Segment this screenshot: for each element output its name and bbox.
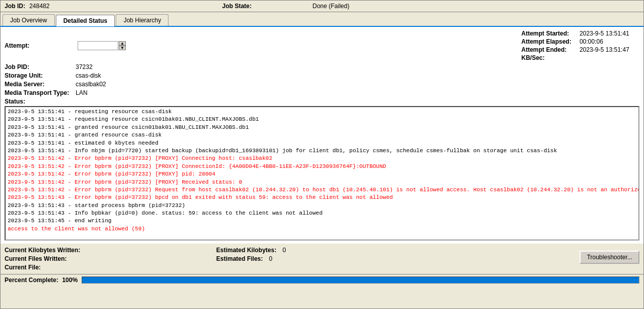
current-file-row: Current File: xyxy=(5,264,216,271)
troubleshoot-button[interactable]: Troubleshooter... xyxy=(580,251,639,264)
media-transport-label: Media Transport Type: xyxy=(5,89,76,96)
spin-down-button[interactable]: ▼ xyxy=(119,46,126,50)
job-id-item: Job ID: 248482 xyxy=(5,3,50,10)
attempt-input[interactable] xyxy=(78,41,118,50)
job-state-item: Job State: xyxy=(222,3,252,10)
est-files-label: Estimated Files: xyxy=(216,255,263,262)
spin-up-button[interactable]: ▲ xyxy=(119,41,126,46)
tab-job-hierarchy[interactable]: Job Hierarchy xyxy=(116,14,168,26)
status-label: Status: xyxy=(5,98,639,105)
storage-label: Storage Unit: xyxy=(5,72,76,79)
bottom-left: Current Kilobytes Written: Current Files… xyxy=(5,247,216,271)
top-bar: Job ID: 248482 Job State: Done (Failed) xyxy=(1,1,643,12)
pid-value: 37232 xyxy=(76,63,92,71)
storage-value: csas-disk xyxy=(76,72,101,79)
log-line: 2023-9-5 13:51:43 - Error bpbrm (pid=372… xyxy=(8,194,636,201)
log-line: 2023-9-5 13:51:45 - end writing xyxy=(8,217,636,225)
progress-bar-outer xyxy=(82,277,639,284)
tabs-bar: Job Overview Detailed Status Job Hierarc… xyxy=(1,12,643,27)
attempt-started-label: Attempt Started: xyxy=(521,30,571,37)
pid-row: Job PID: 37232 xyxy=(5,63,639,71)
attempt-elapsed-value: 00:00:06 xyxy=(580,38,629,45)
est-files-row: Estimated Files: 0 xyxy=(216,255,428,262)
tab-detailed-status[interactable]: Detailed Status xyxy=(56,15,115,26)
tab-content: Attempt: ▲ ▼ Attempt Started: 2023-9-5 1… xyxy=(1,27,643,244)
current-kb-row: Current Kilobytes Written: xyxy=(5,247,216,254)
pid-label: Job PID: xyxy=(5,63,76,71)
attempt-label: Attempt: xyxy=(5,42,76,49)
current-files-row: Current Files Written: xyxy=(5,255,216,262)
tab-job-overview[interactable]: Job Overview xyxy=(3,14,55,26)
log-line: 2023-9-5 13:51:41 - estimated 0 kbytes n… xyxy=(8,140,636,147)
bottom-stats: Current Kilobytes Written: Current Files… xyxy=(1,244,643,274)
job-state-value: Done (Failed) xyxy=(313,3,350,10)
log-line: 2023-9-5 13:51:41 - granted resource csa… xyxy=(8,131,636,139)
attempt-ended-label: Attempt Ended: xyxy=(521,46,571,53)
kbsec-label: KB/Sec: xyxy=(521,54,571,61)
est-kb-row: Estimated Kilobytes: 0 xyxy=(216,247,428,254)
attempt-ended-value: 2023-9-5 13:51:47 xyxy=(580,46,629,53)
attempt-input-wrapper: ▲ ▼ xyxy=(78,41,126,50)
current-file-label: Current File: xyxy=(5,264,41,271)
percent-bar: Percent Complete: 100% xyxy=(1,274,643,286)
log-line: 2023-9-5 13:51:42 - Error bpbrm (pid=372… xyxy=(8,186,636,194)
bottom-center: Estimated Kilobytes: 0 Estimated Files: … xyxy=(216,247,428,262)
kbsec-value xyxy=(580,54,629,61)
media-server-value: csaslbak02 xyxy=(76,81,106,88)
log-line: 2023-9-5 13:51:42 - Error bpbrm (pid=372… xyxy=(8,179,636,186)
media-server-row: Media Server: csaslbak02 xyxy=(5,81,639,88)
storage-row: Storage Unit: csas-disk xyxy=(5,72,639,79)
log-line: 2023-9-5 13:51:41 - requesting resource … xyxy=(8,116,636,123)
log-line: 2023-9-5 13:51:41 - granted resource csi… xyxy=(8,124,636,131)
media-transport-row: Media Transport Type: LAN xyxy=(5,89,639,96)
log-line: access to the client was not allowed (59… xyxy=(8,225,636,233)
log-line: 2023-9-5 13:51:42 - Error bpbrm (pid=372… xyxy=(8,155,636,162)
log-line: 2023-9-5 13:51:41 - requesting resource … xyxy=(8,108,636,116)
main-window: Job ID: 248482 Job State: Done (Failed) … xyxy=(0,0,644,309)
job-id-value: 248482 xyxy=(29,3,50,10)
bottom-right: Troubleshooter... xyxy=(428,247,639,264)
log-line: 2023-9-5 13:51:42 - Error bpbrm (pid=372… xyxy=(8,163,636,170)
media-server-label: Media Server: xyxy=(5,81,76,88)
job-state-label: Job State: xyxy=(222,3,252,10)
log-line: 2023-9-5 13:51:43 - Info bpbkar (pid=0) … xyxy=(8,210,636,217)
current-files-label: Current Files Written: xyxy=(5,255,66,262)
log-line: 2023-9-5 13:51:43 - started process bpbr… xyxy=(8,202,636,210)
attempt-left: Attempt: ▲ ▼ xyxy=(5,41,126,50)
est-files-value: 0 xyxy=(269,255,273,262)
attempt-started-value: 2023-9-5 13:51:41 xyxy=(580,30,629,37)
current-kb-label: Current Kilobytes Written: xyxy=(5,247,80,254)
status-log[interactable]: 2023-9-5 13:51:41 - requesting resource … xyxy=(5,106,639,241)
attempt-right: Attempt Started: 2023-9-5 13:51:41 Attem… xyxy=(521,30,629,61)
percent-label: Percent Complete: 100% xyxy=(5,277,78,284)
attempt-row: Attempt: ▲ ▼ Attempt Started: 2023-9-5 1… xyxy=(5,30,639,61)
progress-bar-inner xyxy=(82,277,639,283)
media-transport-value: LAN xyxy=(76,89,87,96)
log-line: 2023-9-5 13:51:41 - Info nbjm (pid=7720)… xyxy=(8,147,636,155)
job-state-value-item: Done (Failed) xyxy=(313,3,350,10)
attempt-elapsed-label: Attempt Elapsed: xyxy=(521,38,571,45)
spin-buttons: ▲ ▼ xyxy=(119,41,126,50)
job-id-label: Job ID: xyxy=(5,3,25,10)
est-kb-value: 0 xyxy=(283,247,286,254)
log-line: 2023-9-5 13:51:42 - Error bpbrm (pid=372… xyxy=(8,170,636,178)
est-kb-label: Estimated Kilobytes: xyxy=(216,247,277,254)
